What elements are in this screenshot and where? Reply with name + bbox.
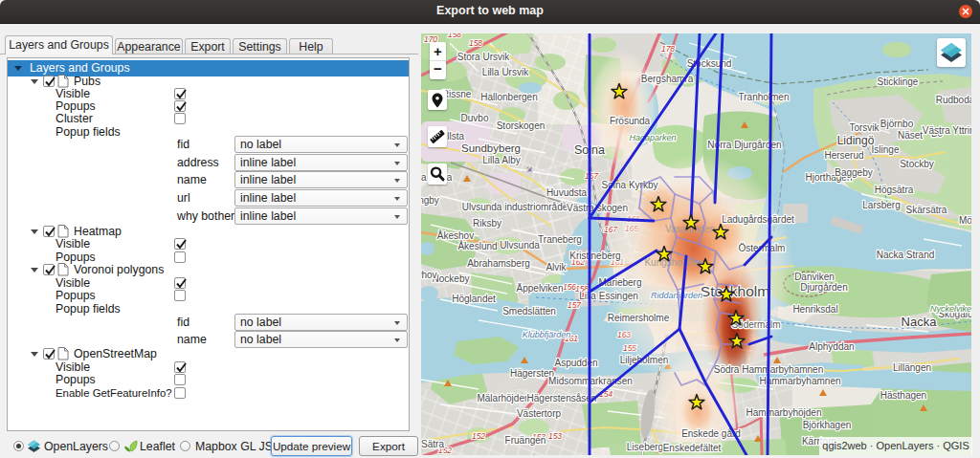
svg-text:Abrahamsberg: Abrahamsberg (467, 258, 530, 269)
svg-text:Möl: Möl (959, 215, 971, 226)
svg-text:Ulvsunda: Ulvsunda (500, 240, 540, 251)
svg-text:Torsvik: Torsvik (849, 122, 880, 133)
svg-text:Tranholmen: Tranholmen (739, 92, 790, 102)
svg-text:Enskedefältet: Enskedefältet (663, 443, 722, 453)
svg-text:Frösunda: Frösunda (610, 116, 651, 126)
svg-text:Höglandet: Höglandet (452, 294, 496, 304)
svg-text:Riksby: Riksby (473, 218, 501, 229)
svg-text:167: 167 (585, 171, 598, 181)
svg-text:Djurgården: Djurgården (800, 282, 847, 293)
svg-text:Alvik: Alvik (546, 262, 567, 273)
svg-text:Hallonbergen: Hallonbergen (480, 92, 538, 102)
svg-text:Västertorp: Västertorp (517, 408, 562, 419)
svg-text:Lilla Essingen: Lilla Essingen (579, 291, 638, 301)
svg-text:Traneberg: Traneberg (538, 234, 582, 245)
svg-text:158: 158 (469, 38, 482, 48)
svg-text:Hästhagen: Hästhagen (880, 390, 926, 401)
svg-text:Lillängen: Lillängen (893, 362, 931, 373)
svg-text:Mälarhöjden: Mälarhöjden (477, 393, 529, 403)
svg-text:Henriksdal: Henriksdal (792, 304, 837, 315)
svg-text:Larsberg: Larsberg (862, 200, 900, 210)
svg-text:Aspudden: Aspudden (554, 358, 597, 368)
svg-text:Liseberg: Liseberg (627, 442, 663, 452)
svg-text:Hammarbyhöjden: Hammarbyhöjden (746, 407, 822, 418)
svg-text:Ulvsunda industriområde: Ulvsunda industriområde (462, 202, 568, 212)
svg-text:Lilla Ursvik: Lilla Ursvik (482, 67, 529, 77)
svg-text:Fruängen: Fruängen (505, 435, 546, 446)
svg-text:Alphyddan: Alphyddan (809, 341, 854, 352)
svg-text:Sätra: Sätra (421, 439, 444, 449)
svg-text:Rudboda: Rudboda (936, 95, 971, 105)
svg-text:Hagaparken: Hagaparken (629, 133, 676, 142)
svg-text:Islinge: Islinge (872, 144, 900, 155)
svg-text:Kristineberg: Kristineberg (569, 251, 620, 261)
svg-text:Åkeshov: Åkeshov (437, 229, 474, 241)
svg-text:Björnbo: Björnbo (880, 119, 914, 129)
svg-text:Stockby: Stockby (900, 159, 934, 169)
svg-text:Skärsätra: Skärsätra (906, 205, 947, 215)
svg-text:Kungsholmen: Kungsholmen (644, 257, 702, 268)
svg-text:152: 152 (472, 431, 485, 441)
svg-text:Smedslätten: Smedslätten (502, 306, 556, 316)
svg-text:178: 178 (661, 44, 675, 54)
svg-text:Storskogen: Storskogen (497, 120, 546, 131)
svg-text:Åkeslund: Åkeslund (457, 240, 497, 251)
svg-text:156: 156 (563, 282, 576, 292)
svg-text:Västra Yttring: Västra Yttring (923, 125, 971, 136)
svg-text:Riddarfjärden: Riddarfjärden (651, 291, 702, 300)
svg-text:ngby: ngby (421, 195, 439, 206)
svg-text:Lidingö: Lidingö (837, 134, 875, 147)
svg-text:Nockeby: Nockeby (433, 273, 470, 284)
svg-text:Hägerstensåsen: Hägerstensåsen (527, 393, 597, 403)
svg-text:153: 153 (548, 431, 562, 441)
svg-text:Björkhagen: Björkhagen (803, 420, 852, 430)
svg-text:Äppelviken: Äppelviken (517, 283, 564, 294)
svg-text:157: 157 (568, 300, 581, 310)
svg-text:Nyckelviken: Nyckelviken (930, 304, 971, 314)
svg-text:Duvbo: Duvbo (461, 113, 489, 123)
svg-text:Stora Ursvik: Stora Ursvik (457, 52, 510, 62)
svg-text:158: 158 (448, 33, 461, 39)
svg-text:Högsätra: Högsätra (875, 185, 914, 195)
svg-text:yhov: yhov (421, 270, 437, 280)
svg-text:Danviken: Danviken (794, 272, 835, 282)
svg-text:Herserud: Herserud (824, 150, 863, 161)
svg-text:Nacka Strand: Nacka Strand (877, 250, 935, 260)
svg-text:Lilla Alby: Lilla Alby (482, 155, 520, 165)
svg-text:Sticklinge: Sticklinge (878, 76, 919, 87)
svg-text:Klubbfjärden: Klubbfjärden (523, 330, 571, 339)
svg-text:Nacka: Nacka (902, 315, 938, 329)
svg-text:Baggeby: Baggeby (835, 167, 872, 178)
svg-text:Näset: Näset (898, 130, 923, 141)
svg-text:Huvudsta: Huvudsta (546, 187, 588, 198)
svg-text:Sundbyberg: Sundbyberg (461, 142, 521, 154)
svg-text:Ladugårdsgärdet: Ladugårdsgärdet (722, 214, 794, 225)
svg-text:Reimersholme: Reimersholme (608, 313, 670, 323)
svg-text:Hammarbyhamnen: Hammarbyhamnen (759, 376, 840, 386)
